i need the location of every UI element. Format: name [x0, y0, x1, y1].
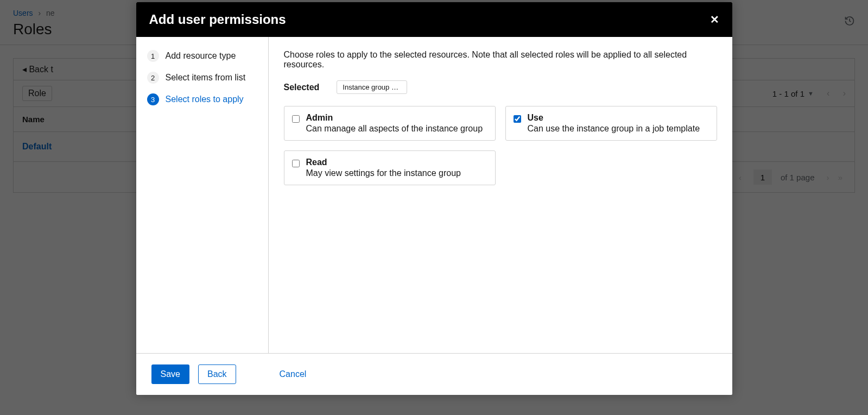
add-user-permissions-modal: Add user permissions ✕ 1 Add resource ty… [136, 2, 732, 395]
wizard-step-number: 1 [147, 50, 159, 62]
wizard-step-number: 3 [147, 93, 159, 105]
role-card-admin[interactable]: Admin Can manage all aspects of the inst… [284, 106, 496, 141]
modal-footer: Save Back Cancel [136, 353, 732, 395]
wizard-step-label: Add resource type [166, 51, 236, 61]
role-checkbox-use[interactable] [514, 115, 521, 123]
role-checkbox-admin[interactable] [292, 115, 300, 123]
wizard-step-label: Select roles to apply [166, 95, 244, 104]
selected-chip[interactable]: Instance group you ca... [337, 80, 407, 94]
selected-row: Selected Instance group you ca... [284, 80, 717, 94]
role-description: Can manage all aspects of the instance g… [306, 124, 483, 134]
save-button[interactable]: Save [151, 364, 189, 384]
role-title: Admin [306, 113, 483, 123]
wizard-nav: 1 Add resource type 2 Select items from … [136, 37, 269, 353]
wizard-step-3[interactable]: 3 Select roles to apply [147, 93, 257, 105]
role-card-use[interactable]: Use Can use the instance group in a job … [505, 106, 717, 141]
cancel-button[interactable]: Cancel [271, 365, 315, 383]
wizard-step-2[interactable]: 2 Select items from list [147, 72, 257, 84]
wizard-step-1[interactable]: 1 Add resource type [147, 50, 257, 62]
selected-label: Selected [284, 83, 320, 92]
modal-header: Add user permissions ✕ [136, 2, 732, 37]
modal-title: Add user permissions [149, 12, 286, 27]
back-button[interactable]: Back [198, 364, 236, 384]
role-title: Read [306, 158, 461, 167]
close-icon[interactable]: ✕ [710, 13, 719, 26]
role-description: Can use the instance group in a job temp… [528, 124, 700, 134]
role-title: Use [528, 113, 700, 123]
wizard-content: Choose roles to apply to the selected re… [269, 37, 732, 353]
wizard-step-label: Select items from list [166, 73, 246, 83]
role-card-read[interactable]: Read May view settings for the instance … [284, 150, 496, 185]
wizard-step-number: 2 [147, 72, 159, 84]
role-checkbox-read[interactable] [292, 160, 300, 167]
role-description: May view settings for the instance group [306, 168, 461, 178]
roles-grid: Admin Can manage all aspects of the inst… [284, 106, 717, 185]
instruction-text: Choose roles to apply to the selected re… [284, 50, 717, 70]
